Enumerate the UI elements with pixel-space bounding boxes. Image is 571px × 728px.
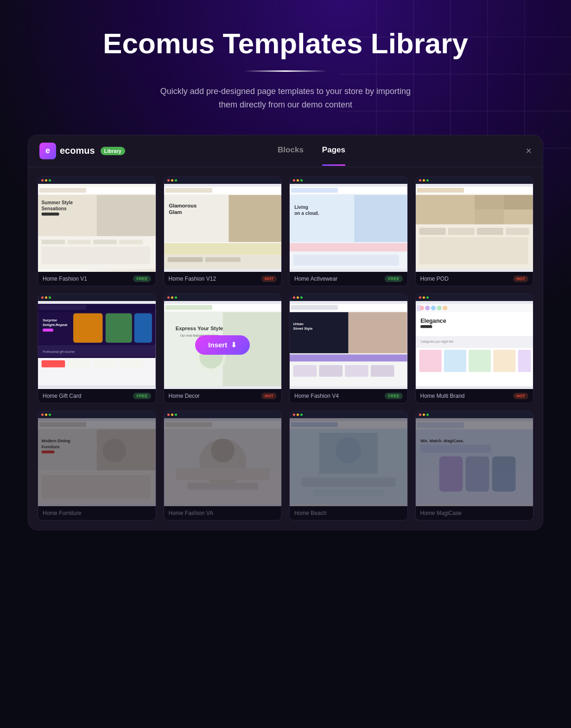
browser-chrome-4 <box>416 177 533 184</box>
thumbnail-fashion-v4: Urban Street Style <box>290 301 407 389</box>
svg-rect-52 <box>504 195 533 210</box>
svg-rect-138 <box>291 422 338 427</box>
template-info-decor: Home Decor HOT <box>164 389 282 403</box>
tab-blocks[interactable]: Blocks <box>278 145 304 157</box>
svg-rect-99 <box>371 365 394 377</box>
header-tabs: Blocks Pages <box>278 145 345 157</box>
svg-rect-22 <box>93 239 117 244</box>
browser-chrome-5 <box>38 294 156 301</box>
svg-rect-76 <box>93 360 117 367</box>
svg-rect-13 <box>39 188 86 193</box>
insert-button[interactable]: Insert ⬇ <box>195 335 250 355</box>
dot-yellow-6 <box>171 296 173 299</box>
svg-rect-114 <box>469 350 491 372</box>
browser-chrome-2 <box>164 177 282 184</box>
template-card-fashion-v4[interactable]: Urban Street Style Home Fashion V4 FREE <box>289 294 408 403</box>
dot-yellow-12 <box>423 414 425 416</box>
template-card-fashion-va[interactable]: Home Fashion VA <box>164 411 282 521</box>
close-button[interactable]: × <box>526 146 532 156</box>
template-card-pod[interactable]: Home POD HOT <box>415 176 534 286</box>
template-info-furniture: Home Furniture <box>38 506 156 520</box>
dot-green-12 <box>426 414 429 416</box>
browser-chrome-3 <box>290 177 407 184</box>
template-name-multibrand: Home Multi Brand <box>420 393 465 399</box>
svg-text:Summer Style: Summer Style <box>42 200 73 205</box>
svg-rect-70 <box>134 314 152 343</box>
svg-rect-142 <box>301 477 395 487</box>
library-panel: e ecomus Library Blocks Pages × <box>28 135 543 530</box>
browser-chrome-9 <box>38 411 156 418</box>
svg-rect-113 <box>444 350 466 372</box>
dot-red-11 <box>293 414 295 416</box>
hero-description: Quickly add pre-designed page templates … <box>151 85 420 112</box>
template-info-fashion-v1: Home Fashion V1 FREE <box>38 272 156 286</box>
dot-yellow-3 <box>297 179 299 182</box>
svg-text:Street Style: Street Style <box>293 326 313 331</box>
template-card-multibrand[interactable]: Elegance Categories you might like Home … <box>415 294 534 403</box>
hero-title: Ecomus Templates Library <box>19 28 552 59</box>
svg-rect-58 <box>476 228 503 235</box>
svg-point-103 <box>425 306 430 310</box>
svg-rect-59 <box>505 228 529 235</box>
svg-text:Delight.Repeat: Delight.Repeat <box>43 323 68 327</box>
hero-section: Ecomus Templates Library Quickly add pre… <box>19 28 552 112</box>
thumbnail-fashion-v12: Glamorous Glam <box>164 184 282 272</box>
svg-text:Glamorous: Glamorous <box>169 202 197 208</box>
svg-rect-123 <box>42 451 55 453</box>
logo-text: ecomus <box>60 145 95 156</box>
template-card-giftcard[interactable]: Surprise Delight.Repeat Professional gif… <box>38 294 156 403</box>
svg-rect-51 <box>474 195 503 210</box>
browser-chrome-10 <box>164 411 282 418</box>
svg-text:Categories you might like: Categories you might like <box>420 340 454 344</box>
svg-rect-56 <box>419 228 445 235</box>
svg-rect-57 <box>448 228 474 235</box>
svg-rect-97 <box>319 365 343 377</box>
template-card-beach[interactable]: Home Beach <box>289 411 408 521</box>
svg-point-105 <box>437 306 441 310</box>
svg-text:Elegance: Elegance <box>420 318 446 324</box>
browser-chrome-8 <box>416 294 533 301</box>
svg-rect-77 <box>119 360 143 367</box>
template-name-fashion-v1: Home Fashion V1 <box>43 276 87 282</box>
template-info-pod: Home POD HOT <box>416 272 533 286</box>
svg-rect-151 <box>465 456 489 491</box>
thumbnail-giftcard: Surprise Delight.Repeat Professional gif… <box>38 301 156 389</box>
insert-icon: ⬇ <box>231 341 237 349</box>
template-card-fashion-v1[interactable]: Summer Style Sensations Home Fashion V1 <box>38 176 156 286</box>
insert-label: Insert <box>208 341 227 349</box>
template-name-magicase: Home MagiCase <box>420 510 462 516</box>
template-info-multibrand: Home Multi Brand HOT <box>416 389 533 403</box>
tab-pages[interactable]: Pages <box>322 145 345 157</box>
dot-red-9 <box>41 414 44 416</box>
template-card-decor[interactable]: Express Your Style Our most featured col… <box>164 294 282 403</box>
svg-text:Modern Dining: Modern Dining <box>42 439 70 443</box>
dot-yellow-9 <box>45 414 47 416</box>
template-card-magicase[interactable]: Mix. Match. MagiCase. Home MagiCase <box>415 411 534 521</box>
svg-rect-112 <box>419 350 441 372</box>
svg-rect-24 <box>42 246 150 264</box>
dot-yellow-7 <box>297 296 299 299</box>
svg-rect-146 <box>417 422 463 428</box>
dot-green-4 <box>426 179 429 182</box>
dot-green-6 <box>175 296 177 299</box>
svg-text:Urban: Urban <box>293 322 304 326</box>
template-card-fashion-v12[interactable]: Glamorous Glam Home Fashion V12 HOT <box>164 176 282 286</box>
thumbnail-pod <box>416 184 533 272</box>
svg-point-133 <box>211 439 235 462</box>
browser-chrome-12 <box>416 411 533 418</box>
thumbnail-beach <box>290 418 407 506</box>
svg-point-104 <box>431 306 435 310</box>
svg-point-141 <box>336 438 362 464</box>
badge-free-giftcard: FREE <box>133 393 151 399</box>
hero-divider <box>244 70 327 72</box>
svg-rect-38 <box>291 188 338 193</box>
template-card-furniture[interactable]: Modern Dining Furniture Home Furniture <box>38 411 156 521</box>
thumbnail-multibrand: Elegance Categories you might like <box>416 301 533 389</box>
badge-hot-fashion-v12: HOT <box>261 276 277 282</box>
template-info-activewear: Home Activewear FREE <box>290 272 407 286</box>
svg-rect-120 <box>38 429 97 471</box>
svg-rect-68 <box>73 314 102 343</box>
svg-rect-75 <box>67 360 91 367</box>
template-card-activewear[interactable]: Living on a cloud. Home Activewear FREE <box>289 176 408 286</box>
svg-point-106 <box>443 306 447 310</box>
